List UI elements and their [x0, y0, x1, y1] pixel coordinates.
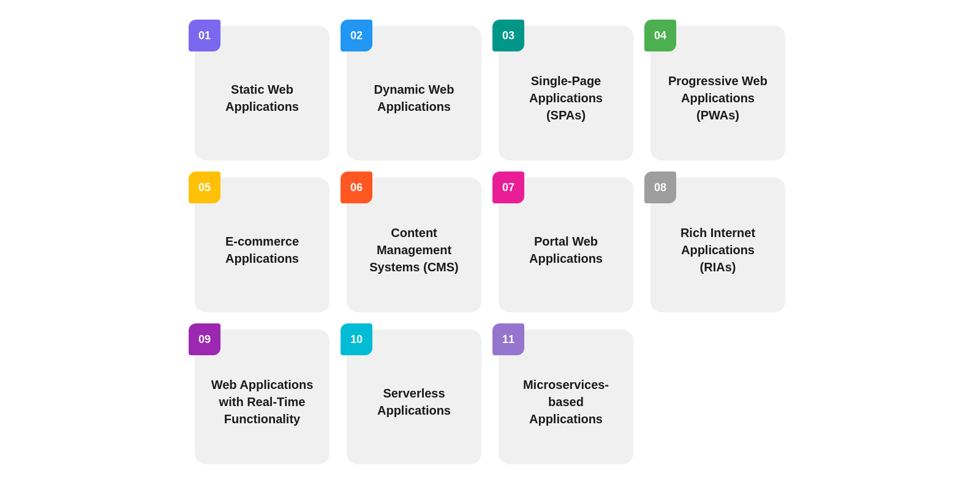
badge-08: 08: [644, 172, 676, 203]
badge-04: 04: [644, 20, 676, 51]
card-label-10: Serverless Applications: [359, 385, 469, 419]
card-01: 01Static Web Applications: [195, 26, 330, 160]
badge-07: 07: [492, 172, 524, 203]
card-06: 06Content Management Systems (CMS): [347, 178, 481, 312]
card-09: 09Web Applications with Real-Time Functi…: [195, 330, 330, 464]
card-label-03: Single-Page Applications (SPAs): [511, 72, 621, 124]
card-05: 05E-commerce Applications: [195, 178, 330, 312]
card-02: 02Dynamic Web Applications: [347, 26, 481, 160]
card-label-09: Web Applications with Real-Time Function…: [207, 376, 317, 428]
badge-01: 01: [189, 20, 221, 51]
badge-10: 10: [341, 323, 372, 355]
badge-02: 02: [341, 20, 372, 51]
badge-05: 05: [189, 172, 221, 203]
badge-11: 11: [492, 323, 524, 355]
card-label-11: Microservices- based Applications: [511, 376, 621, 428]
card-label-05: E-commerce Applications: [207, 233, 317, 267]
badge-06: 06: [341, 172, 372, 203]
card-label-04: Progressive Web Applications (PWAs): [663, 72, 773, 124]
badge-09: 09: [189, 323, 221, 355]
main-grid: 01Static Web Applications02Dynamic Web A…: [170, 1, 810, 489]
card-label-01: Static Web Applications: [207, 81, 317, 115]
card-10: 10Serverless Applications: [347, 330, 481, 464]
card-03: 03Single-Page Applications (SPAs): [499, 26, 633, 160]
card-label-07: Portal Web Applications: [511, 233, 621, 267]
card-label-02: Dynamic Web Applications: [359, 81, 469, 115]
badge-03: 03: [492, 20, 524, 51]
card-11: 11Microservices- based Applications: [499, 330, 633, 464]
card-label-08: Rich Internet Applications (RIAs): [663, 224, 773, 276]
card-label-06: Content Management Systems (CMS): [359, 224, 469, 276]
card-04: 04Progressive Web Applications (PWAs): [650, 26, 785, 160]
card-07: 07Portal Web Applications: [499, 178, 633, 312]
card-08: 08Rich Internet Applications (RIAs): [650, 178, 785, 312]
